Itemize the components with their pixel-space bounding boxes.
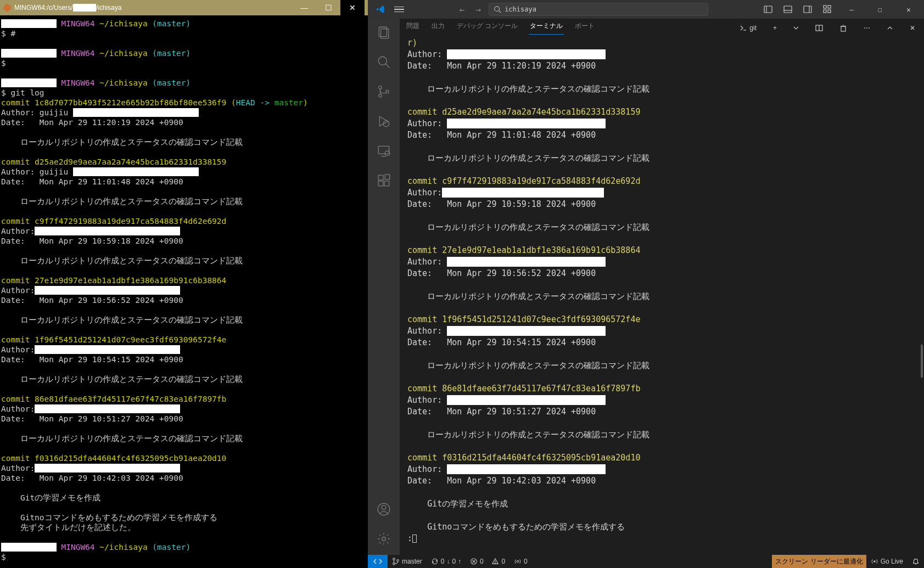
svg-point-19 (386, 90, 389, 93)
vsc-maximize-button[interactable]: ☐ (868, 0, 892, 19)
mingw-terminal[interactable]: MINGW64 ~/ichisaya (master) $ # MINGW64 … (0, 15, 368, 562)
svg-rect-5 (784, 6, 792, 13)
tab-output[interactable]: 出力 (430, 21, 446, 34)
svg-line-16 (385, 64, 390, 68)
svg-point-39 (393, 563, 395, 565)
svg-rect-28 (385, 175, 390, 179)
svg-rect-13 (379, 27, 387, 36)
vscode-logo-icon (376, 4, 385, 14)
svg-rect-10 (828, 5, 831, 8)
svg-point-46 (517, 560, 519, 563)
git-sync-status[interactable]: 0↓ 0↑ (427, 558, 466, 565)
maximize-button[interactable]: ☐ (316, 0, 340, 15)
vscode-window: ← → ichisaya — ☐ ✕ 問題 出力 (368, 0, 924, 568)
svg-rect-7 (804, 6, 811, 13)
chevron-up-icon[interactable] (883, 25, 897, 31)
svg-rect-9 (824, 5, 826, 8)
svg-point-47 (873, 560, 876, 563)
mingw-title-text: MINGW64:/c/Users//ichisaya (14, 4, 121, 12)
svg-point-40 (397, 560, 399, 562)
source-control-icon[interactable] (376, 83, 392, 100)
svg-rect-0 (3, 4, 11, 12)
svg-rect-27 (384, 181, 389, 186)
svg-rect-14 (381, 29, 389, 38)
svg-point-30 (382, 505, 386, 510)
search-icon[interactable] (376, 54, 392, 70)
mingw-titlebar[interactable]: MINGW64:/c/Users//ichisaya — ☐ ✕ (0, 0, 368, 15)
svg-rect-35 (841, 26, 845, 31)
svg-point-18 (379, 94, 382, 97)
vscode-terminal[interactable]: r) Author: Date: Mon Apr 29 11:20:19 202… (400, 37, 924, 555)
menu-icon[interactable] (394, 7, 404, 13)
svg-line-2 (499, 11, 501, 13)
svg-point-38 (393, 558, 395, 560)
close-button[interactable]: ✕ (340, 0, 365, 15)
remote-indicator[interactable] (368, 555, 388, 568)
svg-point-1 (495, 7, 500, 12)
problems-status[interactable]: 0 0 (466, 558, 509, 565)
git-branch-status[interactable]: master (388, 558, 427, 565)
remote-explorer-icon[interactable] (376, 143, 392, 159)
svg-point-17 (379, 86, 382, 89)
nav-back-button[interactable]: ← (456, 4, 468, 15)
search-text: ichisaya (505, 5, 536, 13)
activity-bar (368, 19, 400, 555)
vsc-minimize-button[interactable]: — (839, 0, 864, 19)
svg-rect-25 (378, 175, 383, 180)
ports-status[interactable]: 0 (509, 558, 532, 565)
run-debug-icon[interactable] (376, 113, 392, 130)
layout-secondarysidebar-icon[interactable] (800, 2, 815, 17)
new-terminal-button[interactable]: + (770, 24, 780, 32)
svg-point-15 (378, 57, 387, 65)
search-input[interactable]: ichisaya (489, 3, 708, 16)
layout-panel-icon[interactable] (780, 2, 796, 17)
screen-reader-status[interactable]: スクリーン リーダーに最適化 (772, 555, 866, 568)
go-live-button[interactable]: Go Live (866, 558, 908, 565)
tab-ports[interactable]: ポート (574, 21, 596, 34)
split-terminal-icon[interactable] (812, 24, 826, 32)
settings-icon[interactable] (376, 531, 392, 547)
close-panel-icon[interactable]: ✕ (906, 24, 919, 32)
layout-primarysidebar-icon[interactable] (760, 2, 776, 17)
kill-terminal-icon[interactable] (836, 24, 850, 32)
tab-problems[interactable]: 問題 (405, 21, 421, 34)
svg-rect-22 (378, 146, 389, 154)
notifications-icon[interactable] (908, 558, 924, 565)
extensions-icon[interactable] (376, 172, 392, 189)
terminal-scrollbar[interactable] (921, 345, 923, 378)
svg-point-31 (382, 537, 386, 541)
terminal-shell-picker[interactable]: git (736, 24, 760, 32)
vscode-titlebar[interactable]: ← → ichisaya — ☐ ✕ (368, 0, 924, 19)
svg-rect-12 (828, 10, 831, 13)
accounts-icon[interactable] (376, 501, 392, 518)
mingw-window: MINGW64:/c/Users//ichisaya — ☐ ✕ MINGW64… (0, 0, 368, 568)
explorer-icon[interactable] (376, 24, 392, 41)
terminal-dropdown-icon[interactable] (790, 25, 802, 31)
layout-customize-icon[interactable] (820, 2, 835, 17)
svg-rect-11 (824, 10, 826, 13)
svg-point-45 (495, 563, 496, 563)
tab-debug[interactable]: デバッグ コンソール (456, 21, 519, 34)
minimize-button[interactable]: — (292, 0, 316, 15)
svg-rect-26 (378, 181, 383, 186)
nav-forward-button[interactable]: → (473, 4, 485, 15)
panel-tabs: 問題 出力 デバッグ コンソール ターミナル ポート git + ⋯ ✕ (400, 19, 924, 37)
vsc-close-button[interactable]: ✕ (897, 0, 921, 19)
status-bar: master 0↓ 0↑ 0 0 0 スクリーン リーダーに最適化 Go Liv… (368, 555, 924, 568)
tab-terminal[interactable]: ターミナル (529, 21, 564, 35)
svg-rect-3 (764, 6, 772, 13)
git-bash-icon (3, 4, 11, 12)
more-actions-icon[interactable]: ⋯ (860, 24, 873, 32)
